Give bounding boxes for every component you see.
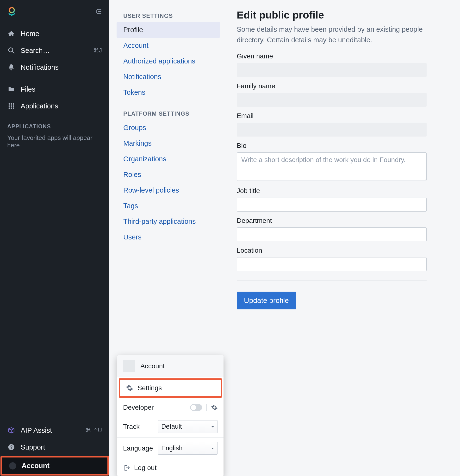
main-content: Edit public profile Some details may hav… (227, 0, 436, 476)
location-label: Location (237, 247, 427, 254)
divider (206, 404, 207, 411)
page-subtitle: Some details may have been provided by a… (237, 24, 427, 45)
nav-aip-label: AIP Assist (21, 426, 52, 434)
popover-language-label: Language (123, 444, 153, 452)
location-input[interactable] (237, 257, 427, 271)
account-popover: Account Settings Developer Track Default… (117, 355, 224, 476)
subnav-row-level-policies[interactable]: Row-level policies (117, 182, 220, 198)
popover-avatar (123, 360, 135, 372)
language-select[interactable]: English (158, 442, 218, 455)
developer-toggle[interactable] (190, 404, 202, 411)
nav-support-label: Support (21, 443, 45, 451)
platform-settings-header: PLATFORM SETTINGS (117, 107, 227, 120)
popover-settings-label: Settings (137, 384, 162, 392)
subnav-profile[interactable]: Profile (117, 22, 220, 38)
app-logo[interactable] (7, 7, 16, 16)
svg-point-10 (11, 105, 12, 107)
svg-point-14 (13, 107, 14, 109)
svg-point-12 (8, 107, 10, 109)
nav-notifications-label: Notifications (21, 63, 59, 71)
subnav-notifications[interactable]: Notifications (117, 69, 220, 85)
language-value: English (161, 444, 183, 452)
gear-icon (126, 384, 133, 392)
subnav-tags[interactable]: Tags (117, 198, 220, 214)
subnav-tokens[interactable]: Tokens (117, 85, 220, 100)
nav-files-label: Files (21, 85, 35, 93)
subnav-groups[interactable]: Groups (117, 120, 220, 136)
popover-language-row: Language English (117, 437, 224, 459)
nav-account[interactable]: Account (0, 456, 109, 476)
separator (237, 280, 427, 280)
sidebar-footer: AIP Assist ⌘ ⇧U ? Support Account (0, 422, 109, 476)
popover-settings[interactable]: Settings (119, 378, 222, 398)
popover-developer-label: Developer (123, 404, 154, 411)
subnav-organizations[interactable]: Organizations (117, 151, 220, 167)
given-name-label: Given name (237, 52, 427, 60)
svg-line-5 (12, 51, 14, 54)
subnav-users[interactable]: Users (117, 229, 220, 245)
update-profile-button[interactable]: Update profile (237, 292, 296, 309)
email-label: Email (237, 112, 427, 120)
caret-down-icon (211, 426, 214, 429)
sidebar-header (0, 0, 109, 23)
developer-gear-icon[interactable] (211, 404, 218, 411)
bell-icon (7, 63, 15, 71)
svg-point-7 (11, 103, 12, 105)
given-name-input (237, 63, 427, 77)
page-title: Edit public profile (237, 9, 427, 21)
subnav-account[interactable]: Account (117, 38, 220, 53)
svg-point-4 (9, 48, 13, 52)
department-label: Department (237, 217, 427, 225)
nav-files[interactable]: Files (0, 81, 109, 98)
collapse-sidebar-icon[interactable] (95, 8, 102, 15)
nav-home[interactable]: Home (0, 25, 109, 42)
subnav-authorized-applications[interactable]: Authorized applications (117, 53, 220, 69)
popover-developer-row: Developer (117, 399, 224, 416)
department-input[interactable] (237, 227, 427, 241)
search-icon (7, 46, 15, 55)
popover-track-label: Track (123, 423, 140, 431)
nav-secondary: Files Applications (0, 78, 109, 117)
nav-support[interactable]: ? Support (0, 439, 109, 456)
svg-point-8 (13, 103, 14, 105)
bio-textarea[interactable] (237, 153, 427, 181)
job-title-input[interactable] (237, 198, 427, 212)
subnav-third-party-applications[interactable]: Third-party applications (117, 214, 220, 229)
apps-header: APPLICATIONS (7, 123, 102, 130)
nav-notifications[interactable]: Notifications (0, 59, 109, 76)
nav-account-label: Account (22, 462, 50, 470)
track-select[interactable]: Default (158, 420, 218, 433)
nav-search-label: Search… (21, 47, 50, 55)
nav-aip-assist[interactable]: AIP Assist ⌘ ⇧U (0, 422, 109, 439)
popover-title: Account (140, 362, 165, 370)
popover-logout-label: Log out (134, 464, 157, 472)
popover-track-row: Track Default (117, 416, 224, 437)
svg-point-0 (9, 8, 14, 12)
home-icon (7, 30, 15, 38)
favorited-apps: APPLICATIONS Your favorited apps will ap… (0, 117, 109, 155)
popover-header: Account (117, 355, 224, 377)
folder-icon (7, 85, 15, 93)
svg-point-13 (11, 107, 12, 109)
popover-logout[interactable]: Log out (117, 459, 224, 476)
track-value: Default (161, 423, 182, 430)
nav-search-kbd: ⌘J (93, 47, 102, 54)
nav-applications[interactable]: Applications (0, 98, 109, 114)
caret-down-icon (211, 448, 214, 450)
avatar-icon (9, 462, 16, 469)
apps-grid-icon (7, 102, 15, 110)
subnav-roles[interactable]: Roles (117, 167, 220, 182)
family-name-input (237, 93, 427, 107)
user-settings-header: USER SETTINGS (117, 10, 227, 22)
aip-icon (7, 426, 15, 434)
subnav-markings[interactable]: Markings (117, 136, 220, 151)
nav-search[interactable]: Search… ⌘J (0, 42, 109, 59)
email-input (237, 123, 427, 136)
nav-home-label: Home (21, 30, 39, 38)
logout-icon (123, 464, 130, 471)
job-title-label: Job title (237, 187, 427, 195)
apps-empty-text: Your favorited apps will appear here (7, 134, 102, 149)
svg-point-9 (8, 105, 10, 107)
bio-label: Bio (237, 142, 427, 150)
svg-point-11 (13, 105, 14, 107)
